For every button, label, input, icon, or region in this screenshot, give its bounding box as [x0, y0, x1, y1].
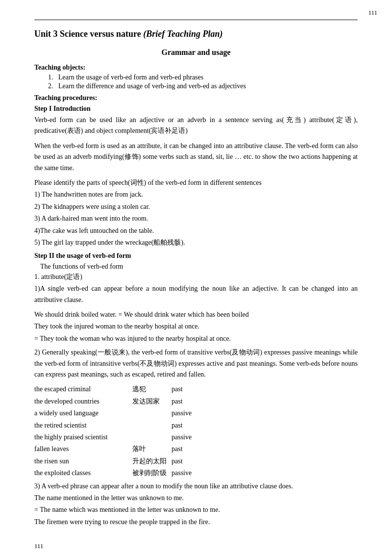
teaching-procedures-label: Teaching procedures: [34, 94, 358, 102]
attr-point3: 3) A verb-ed phrase can appear after a n… [34, 481, 358, 492]
vocab-row: the retired scientistpast [34, 420, 358, 431]
attr-point1: 1)A single verb-ed can appear before a n… [34, 283, 358, 305]
vocab-phrase: the retired scientist [34, 420, 132, 431]
vocab-row: fallen leaves落叶past [34, 444, 358, 454]
teaching-objects-label: Teaching objects: [34, 64, 358, 72]
attr-point2: 2) Generally speaking(一般说来), the verb-ed… [34, 347, 358, 380]
page-number-bottom: 111 [34, 542, 358, 550]
example3b: = The name which was mentioned in the le… [34, 505, 358, 515]
vocab-table: the escaped criminal逃犯pastthe developed … [34, 384, 358, 479]
vocab-phrase: fallen leaves [34, 444, 132, 454]
step1-label: Step I Introduction [34, 105, 358, 113]
step2-label: Step II the usage of verb-ed form [34, 252, 358, 260]
vocab-tag: past [172, 420, 211, 431]
vocab-phrase: the developed countries [34, 396, 132, 407]
vocab-tag: past [172, 444, 211, 454]
vocab-phrase: the escaped criminal [34, 384, 132, 395]
vocab-row: the developed countries发达国家past [34, 396, 358, 407]
unit-title-plain: Unit 3 Science versus nature [34, 29, 143, 39]
example1b: They took the injured woman to the nearb… [34, 321, 358, 332]
section-title: Grammar and usage [34, 48, 358, 57]
vocab-tag: passive [172, 432, 211, 443]
vocab-row: the highly praised scientistpassive [34, 432, 358, 443]
step1-sentence-2: 2) The kidnappers were using a stolen ca… [34, 202, 358, 212]
step1-sentence-3: 3) A dark-haired man went into the room. [34, 213, 358, 224]
example3a: The name mentioned in the letter was unk… [34, 493, 358, 504]
functions-line: The functions of verb-ed form [40, 263, 358, 271]
vocab-chinese: 逃犯 [132, 384, 172, 395]
vocab-phrase: the risen sun [34, 456, 132, 467]
vocab-tag: past [172, 456, 211, 467]
step1-paragraph2: When the verb-ed form is used as an attr… [34, 141, 358, 174]
example3c: The firemen were trying to rescue the pe… [34, 517, 358, 528]
top-line [34, 20, 358, 20]
step1-sentence-5: 5) The girl lay trapped under the wrecka… [34, 237, 358, 248]
step1-paragraph1: Verb-ed form can be used like an adjecti… [34, 115, 358, 137]
vocab-phrase: a widely used language [34, 408, 132, 419]
vocab-chinese: 升起的太阳 [132, 456, 172, 467]
example1c: = They took the woman who was injured to… [34, 333, 358, 344]
page-number-top: 111 [368, 9, 377, 17]
example1a: We should drink boiled water. = We shoul… [34, 309, 358, 320]
attr-label: 1. attribute(定语) [34, 273, 358, 281]
vocab-tag: past [172, 396, 211, 407]
unit-title: Unit 3 Science versus nature (Brief Teac… [34, 29, 358, 39]
vocab-tag: past [172, 384, 211, 395]
vocab-tag: passive [172, 468, 211, 479]
vocab-phrase: the exploited classes [34, 468, 132, 479]
vocab-row: a widely used languagepassive [34, 408, 358, 419]
step1-sentence-1: 1) The handwritten notes are from jack. [34, 189, 358, 200]
unit-title-italic: (Brief Teaching Plan) [143, 29, 222, 39]
vocab-chinese: 落叶 [132, 444, 172, 454]
vocab-chinese: 被剥削阶级 [132, 468, 172, 479]
vocab-row: the exploited classes被剥削阶级passive [34, 468, 358, 479]
vocab-phrase: the highly praised scientist [34, 432, 132, 443]
objective-2: 2. Learn the difference and usage of ver… [48, 82, 358, 90]
step1-sentence-4: 4)The cake was left untouched on the tab… [34, 226, 358, 236]
objective-1: 1. Learn the usage of verb-ed form and v… [48, 74, 358, 81]
step1-paragraph3: Please identify the parts of speech(词性) … [34, 177, 358, 188]
vocab-chinese: 发达国家 [132, 396, 172, 407]
vocab-tag: passive [172, 408, 211, 419]
vocab-row: the risen sun升起的太阳past [34, 456, 358, 467]
vocab-row: the escaped criminal逃犯past [34, 384, 358, 395]
